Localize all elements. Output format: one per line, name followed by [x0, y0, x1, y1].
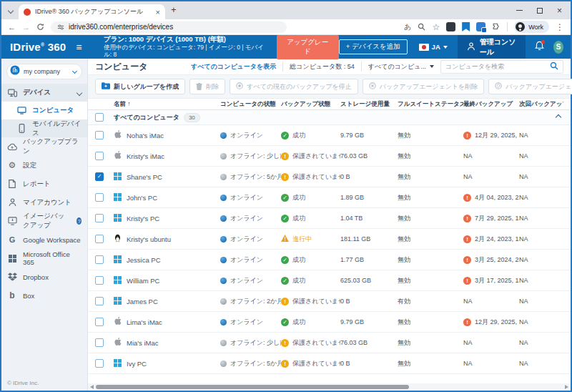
- column-header-2[interactable]: バックアップ状態: [281, 100, 340, 109]
- admin-console-button[interactable]: 管理コンソール: [458, 35, 526, 59]
- success-icon: [281, 318, 289, 326]
- full-suite-status-cell: 無効: [398, 214, 463, 223]
- translate-icon[interactable]: あ: [404, 22, 411, 32]
- close-window-icon[interactable]: ×: [557, 8, 562, 14]
- row-checkbox[interactable]: [95, 131, 104, 139]
- horizontal-scrollbar[interactable]: [88, 383, 571, 391]
- minimize-icon[interactable]: [516, 10, 523, 11]
- row-checkbox[interactable]: [95, 338, 104, 347]
- row-checkbox[interactable]: [95, 152, 104, 160]
- full-suite-status-cell: 無効: [398, 235, 463, 244]
- browser-window: IDrive® 360 バックアップコンソール × + × ← → idrive…: [0, 0, 572, 392]
- table-row[interactable]: Noha's iMacオンライン成功9.79 GB無効!12月 29, 2025…: [88, 125, 571, 146]
- sidebar-item--[interactable]: コンピュータ: [1, 102, 87, 119]
- column-header-4[interactable]: フルスイートステータス: [398, 100, 463, 109]
- show-all-computers-link[interactable]: すべてのコンピュータを表示: [191, 62, 276, 72]
- update-circle-icon: [495, 82, 502, 91]
- sidebar-item--[interactable]: レポート: [1, 175, 87, 193]
- row-checkbox[interactable]: [95, 235, 104, 243]
- sidebar-item--[interactable]: イメージバックアップ?: [1, 212, 87, 230]
- column-header-6[interactable]: 次回バックアップ: [519, 100, 563, 109]
- sidebar-item--[interactable]: モバイルデバイス: [1, 119, 87, 137]
- sidebar-item-label: Dropbox: [23, 273, 49, 281]
- backup-status-cell: 保護されていません: [281, 152, 340, 161]
- page-title: コンピュータ: [95, 61, 147, 73]
- extensions-puzzle-icon[interactable]: [492, 21, 500, 34]
- search-page-icon[interactable]: [418, 21, 425, 34]
- reload-icon[interactable]: [36, 21, 44, 34]
- sidebar-item-dropbox[interactable]: Dropbox: [1, 268, 87, 286]
- sidebar-item-box[interactable]: bBox: [1, 286, 87, 305]
- site-settings-icon[interactable]: [57, 21, 64, 34]
- table-row[interactable]: Ivy PCオフライン: 5か月前保護されていません0 B無効NANA: [88, 353, 571, 374]
- extension-badge-icon[interactable]: [476, 22, 485, 31]
- url-bar[interactable]: idrive360.com/enterprise/devices: [51, 21, 287, 33]
- toolbar-button-trash: 削除: [189, 79, 225, 94]
- table-row[interactable]: Kristy's iMacオフライン: 少し前保護されていません76.03 GB…: [88, 146, 571, 167]
- table-row[interactable]: Mia's iMacオフライン: 少し前保護されていません76.03 GB無効N…: [88, 333, 571, 353]
- windows-os-icon: [114, 212, 122, 225]
- company-selector[interactable]: my company: [6, 64, 82, 79]
- sidebar-item--[interactable]: ⚙設定: [1, 156, 87, 175]
- sidebar-item--[interactable]: マイアカウント: [1, 193, 87, 212]
- user-avatar[interactable]: S: [553, 41, 563, 54]
- computers-scope-dropdown[interactable]: すべてのコンピュ...: [368, 62, 434, 72]
- group-row-all-computers[interactable]: すべてのコンピュータ 30: [88, 110, 571, 125]
- row-checkbox[interactable]: [95, 276, 104, 285]
- tab-close-icon[interactable]: ×: [156, 8, 160, 16]
- group-checkbox[interactable]: [95, 113, 104, 122]
- column-header-3[interactable]: ストレージ使用量: [340, 100, 398, 109]
- scrollbar-thumb[interactable]: [96, 385, 409, 389]
- tab-search-icon[interactable]: [6, 7, 16, 14]
- next-backup-cell: NA: [519, 194, 563, 201]
- extension-icon[interactable]: [446, 22, 455, 31]
- forward-icon[interactable]: →: [22, 23, 30, 31]
- row-checkbox[interactable]: ✓: [95, 172, 104, 181]
- scroll-left-icon[interactable]: [90, 385, 94, 389]
- table-row[interactable]: Lima's iMacオンライン成功9.79 GB無効!12月 29, 2025…: [88, 312, 571, 333]
- sidebar-item-google-workspace[interactable]: GGoogle Workspace: [1, 230, 87, 249]
- upgrade-button[interactable]: アップグレード: [277, 35, 339, 59]
- alert-icon: !: [463, 235, 471, 243]
- row-checkbox[interactable]: [95, 297, 104, 305]
- row-checkbox[interactable]: [95, 193, 104, 202]
- backup-status-cell: 成功: [281, 193, 340, 202]
- sidebar-item-microsoft-office-365[interactable]: Microsoft Office 365: [1, 249, 87, 268]
- row-checkbox[interactable]: [95, 318, 104, 326]
- add-device-button[interactable]: + デバイスを追加: [339, 39, 408, 54]
- notifications-bell-icon[interactable]: [535, 41, 544, 54]
- toolbar-button-folder-plus[interactable]: 新しいグループを作成: [95, 79, 185, 94]
- back-icon[interactable]: ←: [8, 23, 16, 31]
- column-header-1[interactable]: コンピュータの状態: [220, 100, 281, 109]
- table-row[interactable]: William PCオンライン成功625.03 GB無効!3月 17, 2025…: [88, 270, 571, 291]
- table-row[interactable]: James PCオフライン: 2か月前保護されていません0 B有効NANA: [88, 291, 571, 312]
- table-row[interactable]: John's PCオンライン成功1.89 GB無効!4月 04, 2023, 2…: [88, 187, 571, 208]
- new-tab-button[interactable]: +: [171, 4, 177, 15]
- sidebar-item--[interactable]: デバイス: [1, 84, 87, 102]
- hamburger-menu-icon[interactable]: ≡: [76, 41, 82, 53]
- browser-profile-button[interactable]: Work: [514, 21, 549, 33]
- table-row[interactable]: Kristy's PCオンライン成功1.04 TB無効!7月 29, 2025,…: [88, 208, 571, 229]
- language-dropdown[interactable]: JA: [419, 43, 448, 51]
- table-row[interactable]: ✓Shane's PCオフライン: 5か月前保護されていません0 B無効NANA: [88, 167, 571, 187]
- browser-tab[interactable]: IDrive® 360 バックアップコンソール ×: [19, 4, 165, 19]
- search-input[interactable]: [445, 63, 546, 70]
- column-header-0[interactable]: 名前 ↑: [114, 100, 220, 109]
- table-row[interactable]: Kristy's ubuntuオンライン進行中181.11 GB無効!2月 24…: [88, 229, 571, 250]
- browser-menu-icon[interactable]: ⋮: [556, 22, 564, 32]
- search-icon[interactable]: [550, 60, 558, 73]
- row-checkbox[interactable]: [95, 214, 104, 222]
- bookmark-extension-icon[interactable]: [462, 22, 470, 31]
- collapse-chevron-icon[interactable]: [556, 114, 561, 120]
- account-icon: [7, 198, 17, 207]
- row-checkbox[interactable]: [95, 255, 104, 264]
- column-header-5[interactable]: 最終バックアップ: [463, 100, 519, 109]
- scroll-right-icon[interactable]: [565, 385, 568, 389]
- sidebar-item-label: Google Workspace: [23, 236, 81, 244]
- device-name-cell: Kristy's iMac: [114, 150, 220, 162]
- bookmark-star-icon[interactable]: ☆: [432, 22, 440, 32]
- maximize-icon[interactable]: [537, 8, 543, 14]
- table-row[interactable]: Jessica PCオンライン成功1.77 GB無効!3月 25, 2024, …: [88, 250, 571, 270]
- sidebar-item--[interactable]: バックアッププラン: [1, 137, 87, 156]
- row-checkbox[interactable]: [95, 359, 104, 368]
